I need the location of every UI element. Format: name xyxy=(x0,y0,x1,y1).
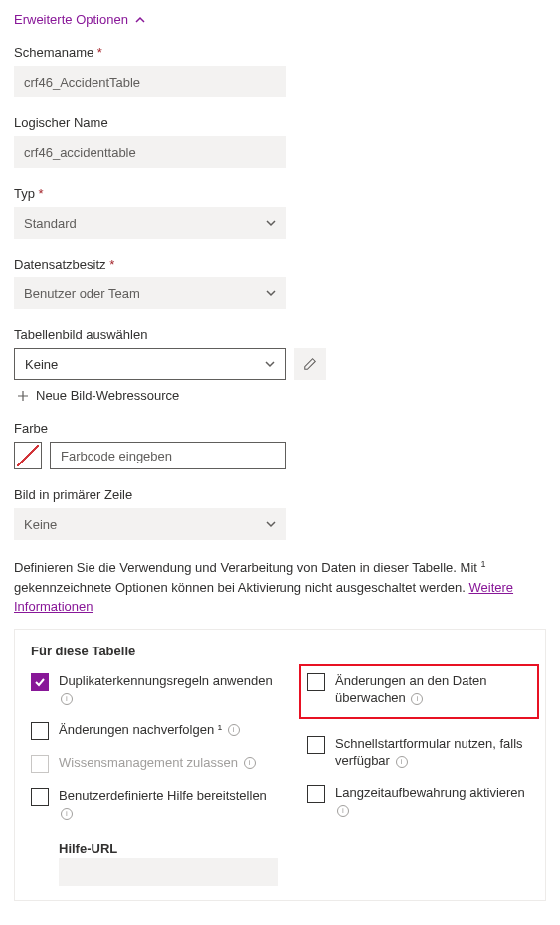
schema-name-label: Schemaname * xyxy=(14,45,546,60)
help-url-field: Hilfe-URL xyxy=(59,841,278,886)
new-image-label: Neue Bild-Webressource xyxy=(36,388,179,403)
info-icon[interactable]: i xyxy=(244,757,256,769)
table-options-panel: Für diese Tabelle Duplikaterkennungsrege… xyxy=(14,629,546,901)
primary-image-value: Keine xyxy=(24,517,57,532)
chevron-down-icon xyxy=(265,287,277,299)
chevron-down-icon xyxy=(265,518,277,530)
type-field: Typ * Standard xyxy=(14,186,546,239)
color-swatch[interactable] xyxy=(14,442,42,469)
help-url-label: Hilfe-URL xyxy=(59,841,278,856)
info-icon[interactable]: i xyxy=(61,693,73,705)
knowledge-checkbox xyxy=(31,755,49,773)
type-label: Typ * xyxy=(14,186,546,201)
duplicate-detection-checkbox[interactable] xyxy=(31,673,49,691)
info-icon[interactable]: i xyxy=(337,805,349,817)
table-image-field: Tabellenbild auswählen Keine Neue Bild-W… xyxy=(14,327,546,403)
table-image-label: Tabellenbild auswählen xyxy=(14,327,546,342)
chevron-up-icon xyxy=(134,14,146,26)
retention-label: Langzeitaufbewahrung aktivieren i xyxy=(335,784,529,819)
panel-title: Für diese Tabelle xyxy=(31,644,529,658)
color-label: Farbe xyxy=(14,421,546,436)
duplicate-detection-label: Duplikaterkennungsregeln anwenden i xyxy=(59,672,278,707)
quick-create-checkbox[interactable] xyxy=(307,736,325,754)
retention-option: Langzeitaufbewahrung aktivieren i xyxy=(307,784,529,819)
audit-changes-option: Änderungen an den Daten überwachen i xyxy=(307,672,529,707)
quick-create-label: Schnellstartformular nutzen, falls verfü… xyxy=(335,735,529,770)
custom-help-label: Benutzerdefinierte Hilfe bereitstellen i xyxy=(59,787,278,822)
advanced-options-label: Erweiterte Optionen xyxy=(14,12,128,27)
logical-name-label: Logischer Name xyxy=(14,115,546,130)
type-select[interactable]: Standard xyxy=(14,207,286,239)
edit-image-button[interactable] xyxy=(294,348,326,380)
audit-changes-label: Änderungen an den Daten überwachen i xyxy=(335,672,529,707)
color-field: Farbe xyxy=(14,421,546,469)
highlight-audit-box: Änderungen an den Daten überwachen i xyxy=(299,664,539,719)
info-icon[interactable]: i xyxy=(61,808,73,820)
retention-checkbox[interactable] xyxy=(307,785,325,803)
type-value: Standard xyxy=(24,216,77,231)
info-icon[interactable]: i xyxy=(396,756,408,768)
advanced-options-toggle[interactable]: Erweiterte Optionen xyxy=(14,12,546,27)
ownership-select[interactable]: Benutzer oder Team xyxy=(14,278,286,309)
custom-help-option: Benutzerdefinierte Hilfe bereitstellen i xyxy=(31,787,278,822)
chevron-down-icon xyxy=(264,358,276,370)
table-image-value: Keine xyxy=(25,357,58,372)
help-url-input[interactable] xyxy=(59,858,278,886)
logical-name-input[interactable] xyxy=(14,136,286,168)
chevron-down-icon xyxy=(265,217,277,229)
schema-name-input[interactable] xyxy=(14,66,286,97)
ownership-label: Datensatzbesitz * xyxy=(14,257,546,272)
schema-name-field: Schemaname * xyxy=(14,45,546,97)
table-image-select[interactable]: Keine xyxy=(14,348,286,380)
pencil-icon xyxy=(303,357,317,371)
primary-image-label: Bild in primärer Zeile xyxy=(14,487,546,502)
knowledge-option: Wissensmanagement zulassen i xyxy=(31,754,278,773)
color-input[interactable] xyxy=(50,442,286,469)
audit-changes-checkbox[interactable] xyxy=(307,673,325,691)
quick-create-option: Schnellstartformular nutzen, falls verfü… xyxy=(307,735,529,770)
track-changes-label: Änderungen nachverfolgen ¹ i xyxy=(59,721,240,739)
plus-icon xyxy=(16,389,30,403)
primary-image-field: Bild in primärer Zeile Keine xyxy=(14,487,546,540)
logical-name-field: Logischer Name xyxy=(14,115,546,168)
duplicate-detection-option: Duplikaterkennungsregeln anwenden i xyxy=(31,672,278,707)
custom-help-checkbox[interactable] xyxy=(31,788,49,806)
info-icon[interactable]: i xyxy=(228,724,240,736)
primary-image-select[interactable]: Keine xyxy=(14,508,286,540)
knowledge-label: Wissensmanagement zulassen i xyxy=(59,754,256,772)
info-icon[interactable]: i xyxy=(411,693,423,705)
track-changes-option: Änderungen nachverfolgen ¹ i xyxy=(31,721,278,740)
ownership-value: Benutzer oder Team xyxy=(24,286,140,301)
new-image-link[interactable]: Neue Bild-Webressource xyxy=(14,388,546,403)
ownership-field: Datensatzbesitz * Benutzer oder Team xyxy=(14,257,546,309)
track-changes-checkbox[interactable] xyxy=(31,722,49,740)
check-icon xyxy=(34,676,46,688)
description-text: Definieren Sie die Verwendung und Verarb… xyxy=(14,558,546,617)
